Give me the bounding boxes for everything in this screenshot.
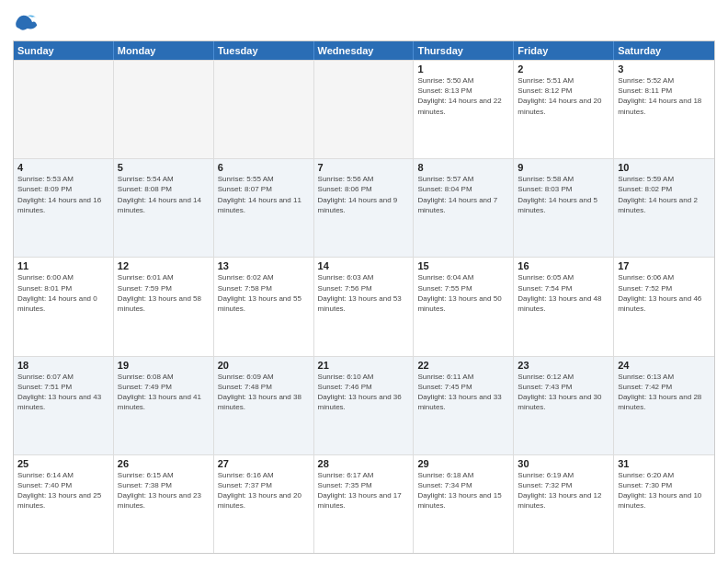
day-number: 31 (618, 458, 711, 469)
logo (13, 9, 42, 35)
calendar-cell-25: 25 Sunrise: 6:14 AMSunset: 7:40 PMDaylig… (14, 455, 114, 553)
cell-info: Sunrise: 6:18 AMSunset: 7:34 PMDaylight:… (417, 471, 501, 511)
calendar-cell-20: 20 Sunrise: 6:09 AMSunset: 7:48 PMDaylig… (214, 357, 314, 454)
calendar-cell-26: 26 Sunrise: 6:15 AMSunset: 7:38 PMDaylig… (114, 455, 214, 553)
weekday-header-thursday: Thursday (414, 41, 514, 60)
day-number: 15 (417, 260, 509, 271)
day-number: 17 (618, 260, 711, 271)
calendar-cell-9: 9 Sunrise: 5:58 AMSunset: 8:03 PMDayligh… (514, 159, 614, 257)
calendar-cell-22: 22 Sunrise: 6:11 AMSunset: 7:45 PMDaylig… (414, 357, 514, 454)
calendar-cell-6: 6 Sunrise: 5:55 AMSunset: 8:07 PMDayligh… (214, 159, 314, 257)
day-number: 16 (518, 260, 609, 271)
weekday-header-sunday: Sunday (14, 41, 114, 60)
cell-info: Sunrise: 5:53 AMSunset: 8:09 PMDaylight:… (17, 175, 101, 214)
cell-info: Sunrise: 5:50 AMSunset: 8:13 PMDaylight:… (417, 76, 501, 116)
cell-info: Sunrise: 6:00 AMSunset: 8:01 PMDaylight:… (17, 273, 97, 313)
day-number: 26 (118, 458, 210, 469)
cell-info: Sunrise: 6:12 AMSunset: 7:43 PMDaylight:… (518, 373, 601, 412)
cell-info: Sunrise: 6:10 AMSunset: 7:46 PMDaylight:… (318, 373, 402, 412)
weekday-header-monday: Monday (114, 41, 214, 60)
calendar-week-1: 1 Sunrise: 5:50 AMSunset: 8:13 PMDayligh… (14, 60, 714, 158)
day-number: 8 (417, 162, 509, 173)
calendar-page: SundayMondayTuesdayWednesdayThursdayFrid… (0, 0, 728, 563)
calendar-cell-29: 29 Sunrise: 6:18 AMSunset: 7:34 PMDaylig… (414, 455, 514, 553)
cell-info: Sunrise: 6:14 AMSunset: 7:40 PMDaylight:… (17, 471, 101, 511)
calendar-cell-13: 13 Sunrise: 6:02 AMSunset: 7:58 PMDaylig… (214, 258, 314, 355)
calendar-cell-empty (214, 61, 314, 158)
cell-info: Sunrise: 5:51 AMSunset: 8:12 PMDaylight:… (518, 76, 601, 116)
calendar-cell-19: 19 Sunrise: 6:08 AMSunset: 7:49 PMDaylig… (114, 357, 214, 454)
cell-info: Sunrise: 5:58 AMSunset: 8:03 PMDaylight:… (518, 175, 597, 214)
cell-info: Sunrise: 5:59 AMSunset: 8:02 PMDaylight:… (618, 175, 698, 214)
cell-info: Sunrise: 6:11 AMSunset: 7:45 PMDaylight:… (417, 373, 501, 412)
calendar-cell-4: 4 Sunrise: 5:53 AMSunset: 8:09 PMDayligh… (14, 159, 114, 257)
day-number: 22 (417, 360, 509, 371)
day-number: 18 (17, 360, 109, 371)
cell-info: Sunrise: 6:16 AMSunset: 7:37 PMDaylight:… (218, 471, 301, 511)
day-number: 12 (118, 260, 210, 271)
day-number: 25 (17, 458, 109, 469)
day-number: 27 (218, 458, 310, 469)
calendar-week-2: 4 Sunrise: 5:53 AMSunset: 8:09 PMDayligh… (14, 158, 714, 257)
calendar-cell-28: 28 Sunrise: 6:17 AMSunset: 7:35 PMDaylig… (314, 455, 415, 553)
day-number: 2 (518, 63, 609, 75)
calendar-cell-5: 5 Sunrise: 5:54 AMSunset: 8:08 PMDayligh… (114, 159, 214, 257)
calendar-cell-17: 17 Sunrise: 6:06 AMSunset: 7:52 PMDaylig… (614, 258, 714, 355)
weekday-header-tuesday: Tuesday (214, 41, 314, 60)
cell-info: Sunrise: 6:15 AMSunset: 7:38 PMDaylight:… (118, 471, 201, 511)
calendar-cell-31: 31 Sunrise: 6:20 AMSunset: 7:30 PMDaylig… (614, 455, 714, 553)
cell-info: Sunrise: 6:06 AMSunset: 7:52 PMDaylight:… (618, 273, 701, 313)
weekday-header-friday: Friday (514, 41, 614, 60)
calendar-cell-7: 7 Sunrise: 5:56 AMSunset: 8:06 PMDayligh… (314, 159, 415, 257)
calendar-cell-8: 8 Sunrise: 5:57 AMSunset: 8:04 PMDayligh… (414, 159, 514, 257)
cell-info: Sunrise: 6:19 AMSunset: 7:32 PMDaylight:… (518, 471, 601, 511)
cell-info: Sunrise: 6:09 AMSunset: 7:48 PMDaylight:… (218, 373, 301, 412)
calendar-cell-empty (314, 61, 415, 158)
cell-info: Sunrise: 6:08 AMSunset: 7:49 PMDaylight:… (118, 373, 201, 412)
day-number: 7 (318, 162, 410, 173)
calendar-cell-11: 11 Sunrise: 6:00 AMSunset: 8:01 PMDaylig… (14, 258, 114, 355)
cell-info: Sunrise: 5:55 AMSunset: 8:07 PMDaylight:… (218, 175, 301, 214)
calendar-cell-30: 30 Sunrise: 6:19 AMSunset: 7:32 PMDaylig… (514, 455, 614, 553)
cell-info: Sunrise: 5:56 AMSunset: 8:06 PMDaylight:… (318, 175, 398, 214)
cell-info: Sunrise: 6:02 AMSunset: 7:58 PMDaylight:… (218, 273, 301, 313)
day-number: 19 (118, 360, 210, 371)
calendar-cell-24: 24 Sunrise: 6:13 AMSunset: 7:42 PMDaylig… (614, 357, 714, 454)
calendar-cell-empty (14, 61, 114, 158)
calendar-cell-14: 14 Sunrise: 6:03 AMSunset: 7:56 PMDaylig… (314, 258, 415, 355)
cell-info: Sunrise: 6:01 AMSunset: 7:59 PMDaylight:… (118, 273, 201, 313)
page-header (13, 9, 715, 35)
cell-info: Sunrise: 6:20 AMSunset: 7:30 PMDaylight:… (618, 471, 701, 511)
calendar-week-4: 18 Sunrise: 6:07 AMSunset: 7:51 PMDaylig… (14, 356, 714, 454)
cell-info: Sunrise: 6:17 AMSunset: 7:35 PMDaylight:… (318, 471, 402, 511)
calendar-cell-18: 18 Sunrise: 6:07 AMSunset: 7:51 PMDaylig… (14, 357, 114, 454)
cell-info: Sunrise: 6:07 AMSunset: 7:51 PMDaylight:… (17, 373, 101, 412)
cell-info: Sunrise: 6:04 AMSunset: 7:55 PMDaylight:… (417, 273, 501, 313)
calendar-cell-10: 10 Sunrise: 5:59 AMSunset: 8:02 PMDaylig… (614, 159, 714, 257)
weekday-header-saturday: Saturday (614, 41, 714, 60)
day-number: 1 (417, 63, 509, 75)
calendar-week-5: 25 Sunrise: 6:14 AMSunset: 7:40 PMDaylig… (14, 454, 714, 553)
calendar-cell-27: 27 Sunrise: 6:16 AMSunset: 7:37 PMDaylig… (214, 455, 314, 553)
cell-info: Sunrise: 6:03 AMSunset: 7:56 PMDaylight:… (318, 273, 402, 313)
calendar-cell-1: 1 Sunrise: 5:50 AMSunset: 8:13 PMDayligh… (414, 61, 514, 158)
calendar-cell-23: 23 Sunrise: 6:12 AMSunset: 7:43 PMDaylig… (514, 357, 614, 454)
calendar-cell-3: 3 Sunrise: 5:52 AMSunset: 8:11 PMDayligh… (614, 61, 714, 158)
calendar-cell-empty (114, 61, 214, 158)
day-number: 5 (118, 162, 210, 173)
calendar-body: 1 Sunrise: 5:50 AMSunset: 8:13 PMDayligh… (14, 60, 714, 553)
calendar-week-3: 11 Sunrise: 6:00 AMSunset: 8:01 PMDaylig… (14, 257, 714, 355)
cell-info: Sunrise: 6:13 AMSunset: 7:42 PMDaylight:… (618, 373, 701, 412)
day-number: 13 (218, 260, 310, 271)
weekday-header-wednesday: Wednesday (314, 41, 415, 60)
calendar-cell-12: 12 Sunrise: 6:01 AMSunset: 7:59 PMDaylig… (114, 258, 214, 355)
calendar-grid: SundayMondayTuesdayWednesdayThursdayFrid… (13, 40, 715, 554)
day-number: 10 (618, 162, 711, 173)
cell-info: Sunrise: 5:52 AMSunset: 8:11 PMDaylight:… (618, 76, 701, 116)
logo-icon (13, 9, 39, 35)
day-number: 24 (618, 360, 711, 371)
calendar-header-row: SundayMondayTuesdayWednesdayThursdayFrid… (14, 41, 714, 60)
day-number: 28 (318, 458, 410, 469)
calendar-cell-15: 15 Sunrise: 6:04 AMSunset: 7:55 PMDaylig… (414, 258, 514, 355)
day-number: 9 (518, 162, 609, 173)
